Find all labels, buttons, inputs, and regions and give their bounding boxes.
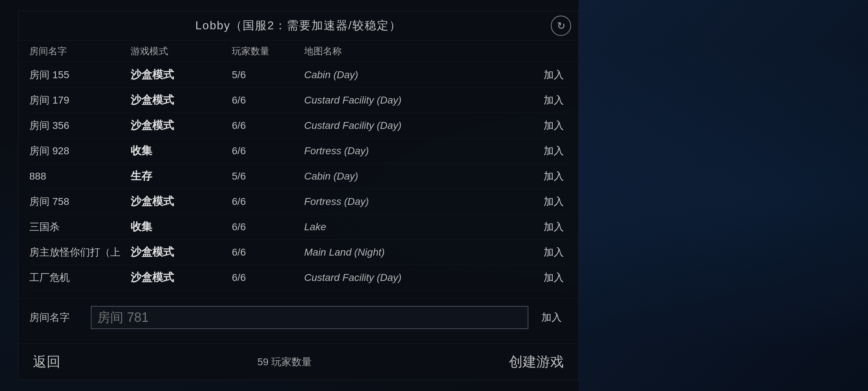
col-room-name: 房间名字 [29,45,131,58]
map-name-cell: Cabin (Day) [304,69,524,81]
game-mode-cell: 沙盒模式 [131,270,232,285]
join-button-bottom[interactable]: 加入 [536,308,567,327]
table-row: 工厂危机 沙盒模式 6/6 Custard Facility (Day) 加入 [29,265,567,290]
player-count-cell: 6/6 [232,94,304,106]
refresh-button[interactable]: ↻ [551,16,571,36]
table-row: 房间 356 沙盒模式 6/6 Custard Facility (Day) 加… [29,113,567,138]
join-button-row[interactable]: 加入 [524,169,567,183]
game-mode-cell: 沙盒模式 [131,118,232,133]
room-name-cell: 房间 155 [29,68,131,82]
table-row: 房间 179 沙盒模式 6/6 Custard Facility (Day) 加… [29,88,567,113]
table-row: 房间 758 沙盒模式 6/6 Fortress (Day) 加入 [29,189,567,214]
game-mode-cell: 生存 [131,169,232,184]
player-count-cell: 6/6 [232,221,304,233]
room-name-input[interactable] [91,306,528,329]
room-name-cell: 888 [29,171,131,182]
table-row: 888 生存 5/6 Cabin (Day) 加入 [29,164,567,189]
map-name-cell: Custard Facility (Day) [304,120,524,131]
map-name-cell: Fortress (Day) [304,145,524,157]
right-decorative-panel [579,0,868,391]
map-name-cell: Cabin (Day) [304,171,524,182]
room-list: 房间 155 沙盒模式 5/6 Cabin (Day) 加入 房间 179 沙盒… [18,62,578,290]
main-panel: Lobby（国服2：需要加速器/较稳定） ↻ 房间名字 游戏模式 玩家数量 地图… [18,11,579,380]
player-count-cell: 5/6 [232,171,304,182]
join-button-row[interactable]: 加入 [524,271,567,285]
join-button-row[interactable]: 加入 [524,220,567,234]
col-player-count: 玩家数量 [232,45,304,58]
table-row: 三国杀 收集 6/6 Lake 加入 [29,214,567,240]
join-button-row[interactable]: 加入 [524,195,567,209]
join-button-row[interactable]: 加入 [524,68,567,82]
col-game-mode: 游戏模式 [131,45,232,58]
player-count-cell: 6/6 [232,145,304,157]
footer: 返回 59 玩家数量 创建游戏 [18,344,578,380]
game-mode-cell: 收集 [131,143,232,158]
col-action [524,45,567,58]
join-button-row[interactable]: 加入 [524,245,567,259]
room-name-cell: 房间 356 [29,119,131,133]
map-name-cell: Custard Facility (Day) [304,94,524,106]
player-count-cell: 6/6 [232,196,304,207]
lobby-title: Lobby（国服2：需要加速器/较稳定） [195,18,401,34]
table-row: 房主放怪你们打（上 沙盒模式 6/6 Main Land (Night) 加入 [29,240,567,265]
map-name-cell: Lake [304,221,524,233]
game-mode-cell: 沙盒模式 [131,93,232,108]
join-button-row[interactable]: 加入 [524,119,567,133]
game-mode-cell: 沙盒模式 [131,194,232,209]
col-map-name: 地图名称 [304,45,524,58]
room-name-label: 房间名字 [29,311,84,324]
back-button[interactable]: 返回 [33,353,60,371]
game-mode-cell: 沙盒模式 [131,67,232,82]
refresh-icon: ↻ [557,20,565,32]
room-name-cell: 工厂危机 [29,271,131,285]
map-name-cell: Fortress (Day) [304,196,524,207]
table-row: 房间 155 沙盒模式 5/6 Cabin (Day) 加入 [29,62,567,88]
map-name-cell: Main Land (Night) [304,247,524,258]
room-name-cell: 房间 928 [29,144,131,158]
create-game-button[interactable]: 创建游戏 [509,353,564,371]
bottom-input-section: 房间名字 加入 [18,298,578,336]
join-button-row[interactable]: 加入 [524,144,567,158]
player-count-cell: 5/6 [232,69,304,81]
player-count-cell: 6/6 [232,272,304,283]
room-name-cell: 房间 179 [29,93,131,107]
player-total-count: 59 玩家数量 [258,355,312,369]
map-name-cell: Custard Facility (Day) [304,272,524,283]
room-name-cell: 房间 758 [29,195,131,209]
room-name-cell: 三国杀 [29,220,131,234]
player-count-cell: 6/6 [232,247,304,258]
game-mode-cell: 收集 [131,219,232,234]
room-name-cell: 房主放怪你们打（上 [29,245,131,259]
join-button-row[interactable]: 加入 [524,93,567,107]
column-headers: 房间名字 游戏模式 玩家数量 地图名称 [18,41,578,62]
game-mode-cell: 沙盒模式 [131,245,232,260]
lobby-header: Lobby（国服2：需要加速器/较稳定） ↻ [18,11,578,41]
player-count-cell: 6/6 [232,120,304,131]
table-row: 房间 928 收集 6/6 Fortress (Day) 加入 [29,138,567,164]
